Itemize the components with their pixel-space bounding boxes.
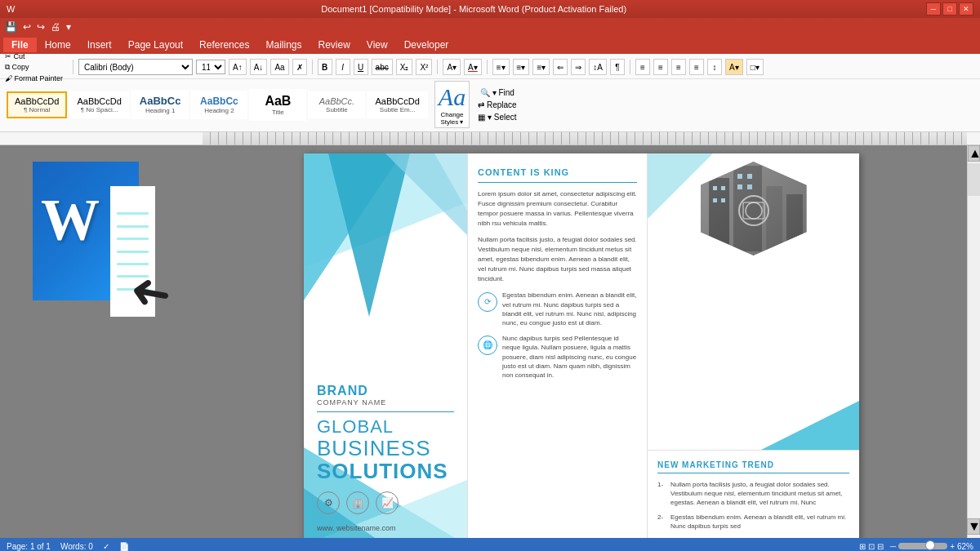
multilevel-list-button[interactable]: ≡▾ [532, 59, 550, 75]
bold-button[interactable]: B [318, 59, 332, 75]
editing-group: 🔍 ▾ Find ⇄ Replace ▦ ▾ Select [476, 87, 518, 122]
style-no-spacing[interactable]: AaBbCcDd ¶ No Spaci... [69, 91, 129, 118]
file-menu-button[interactable]: File [3, 38, 37, 52]
menu-view[interactable]: View [359, 38, 396, 52]
minimize-button[interactable]: ─ [926, 2, 941, 16]
window-title: Document1 [Compatibility Mode] - Microso… [21, 4, 926, 14]
vertical-scrollbar[interactable]: ▲ ▼ [967, 145, 980, 538]
superscript-button[interactable]: X² [416, 59, 432, 75]
underline-button[interactable]: U [354, 59, 368, 75]
clear-format-button[interactable]: ✗ [292, 59, 307, 75]
qa-undo-button[interactable]: ↩ [21, 21, 33, 33]
style-title[interactable]: AaB Title [249, 89, 306, 121]
show-hide-button[interactable]: ¶ [610, 59, 625, 75]
brochure-right-panel: NEW MARKETING TREND 1- Nullam porta faci… [647, 153, 859, 538]
italic-button[interactable]: I [336, 59, 350, 75]
align-left-button[interactable]: ≡ [635, 59, 650, 75]
bullets-button[interactable]: ≡▾ [492, 59, 510, 75]
menu-page-layout[interactable]: Page Layout [120, 38, 191, 52]
geo-svg [304, 153, 467, 369]
change-case-button[interactable]: Aa [270, 59, 288, 75]
qa-save-button[interactable]: 💾 [3, 21, 19, 33]
copy-button[interactable]: ⧉ Copy [3, 62, 65, 73]
status-left: Page: 1 of 1 Words: 0 ✓ 📄 [7, 542, 129, 551]
content-title: CONTENT IS KING [478, 167, 637, 179]
menu-bar: File Home Insert Page Layout References … [0, 36, 980, 54]
scroll-thumb[interactable] [968, 163, 980, 196]
align-center-button[interactable]: ≡ [653, 59, 668, 75]
title-bar: W Document1 [Compatibility Mode] - Micro… [0, 0, 980, 18]
qa-customize-button[interactable]: ▾ [65, 21, 73, 33]
style-heading1[interactable]: AaBbCc Heading 1 [131, 90, 189, 119]
ruler [0, 132, 980, 145]
icon-person: ⚙ [317, 491, 340, 514]
replace-button[interactable]: ⇄ Replace [476, 100, 518, 110]
icon-row-2: 🌐 Nunc dapibus turpis sed Pellentesque i… [478, 334, 637, 380]
qa-redo-button[interactable]: ↪ [35, 21, 47, 33]
scroll-up-button[interactable]: ▲ [968, 145, 980, 162]
menu-developer[interactable]: Developer [396, 38, 457, 52]
font-name-select[interactable]: Calibri (Body) [78, 59, 193, 75]
zoom-slider[interactable] [898, 543, 947, 549]
scroll-down-button[interactable]: ▼ [967, 518, 980, 535]
cut-button[interactable]: ✂ Cut [3, 51, 65, 61]
menu-mailings[interactable]: Mailings [257, 38, 310, 52]
company-name: COMPANY NAME [317, 398, 454, 407]
headline-solutions: SOLUTIONS [317, 460, 454, 483]
shading-button[interactable]: A▾ [725, 59, 743, 75]
style-subtle-emphasis[interactable]: AaBbCcDd Subtle Em... [367, 91, 427, 118]
circle-icon-1: ⟳ [478, 292, 497, 312]
brochure-left-panel: BRAND COMPANY NAME GLOBAL BUSINESS SOLUT… [304, 153, 467, 538]
word-icon: W [7, 4, 15, 14]
font-color-button[interactable]: A▾ [464, 59, 482, 75]
word-w-letter: W [41, 186, 100, 254]
increase-indent-button[interactable]: ⇒ [571, 59, 586, 75]
select-button[interactable]: ▦ ▾ Select [476, 112, 518, 122]
borders-button[interactable]: □▾ [746, 59, 764, 75]
subscript-button[interactable]: X₂ [396, 59, 413, 75]
menu-references[interactable]: References [191, 38, 257, 52]
align-right-button[interactable]: ≡ [671, 59, 686, 75]
style-subtitle[interactable]: AaBbCc. Subtitle [308, 91, 365, 118]
menu-home[interactable]: Home [37, 38, 79, 52]
page-indicator: Page: 1 of 1 [7, 542, 51, 551]
find-button[interactable]: 🔍 ▾ Find [476, 87, 518, 98]
strikethrough-button[interactable]: abc [372, 59, 393, 75]
zoom-minus-button[interactable]: ─ [890, 542, 896, 551]
brochure-right-bottom: NEW MARKETING TREND 1- Nullam porta faci… [648, 450, 859, 538]
close-button[interactable]: ✕ [959, 2, 973, 16]
numbering-button[interactable]: ≡▾ [513, 59, 530, 75]
font-size-select[interactable]: 11 [196, 60, 225, 74]
document-area[interactable]: BRAND COMPANY NAME GLOBAL BUSINESS SOLUT… [196, 145, 967, 538]
line-spacing-button[interactable]: ↕ [707, 59, 722, 75]
hex-overlay [701, 162, 807, 256]
content-divider [478, 182, 637, 183]
circle-icon-2: 🌐 [478, 335, 497, 355]
status-right: ⊞ ⊡ ⊟ ─ + 62% [859, 542, 973, 551]
zoom-control: ─ + 62% [890, 542, 973, 551]
menu-insert[interactable]: Insert [79, 38, 120, 52]
sort-button[interactable]: ↕A [589, 59, 607, 75]
text-highlight-button[interactable]: A▾ [443, 59, 461, 75]
icon-building: 🏢 [346, 491, 369, 514]
menu-review[interactable]: Review [310, 38, 358, 52]
trend-divider [657, 473, 849, 473]
zoom-slider-thumb[interactable] [925, 540, 935, 550]
font-grow-button[interactable]: A↑ [229, 59, 247, 75]
font-shrink-button[interactable]: A↓ [250, 59, 268, 75]
style-normal[interactable]: AaBbCcDd ¶ Normal [7, 91, 67, 118]
ribbon: ✂ Cut ⧉ Copy 🖌 Format Painter Calibri (B… [0, 54, 980, 132]
qa-print-button[interactable]: 🖨 [49, 21, 62, 33]
trend-item-2: 2- Egestas bibendum enim. Aenean a bland… [657, 513, 849, 531]
para2: Nullam porta facilisis justo, a feugiat … [478, 235, 637, 284]
word-count: Words: 0 [60, 542, 93, 551]
change-styles-button[interactable]: Aa ChangeStyles ▾ [434, 81, 470, 128]
separator [312, 60, 313, 74]
maximize-button[interactable]: □ [942, 2, 957, 16]
zoom-plus-button[interactable]: + [950, 542, 955, 551]
headline-global: GLOBAL [317, 417, 454, 437]
format-painter-button[interactable]: 🖌 Format Painter [3, 73, 65, 83]
decrease-indent-button[interactable]: ⇐ [553, 59, 568, 75]
justify-button[interactable]: ≡ [689, 59, 704, 75]
style-heading2[interactable]: AaBbCc Heading 2 [190, 91, 247, 119]
